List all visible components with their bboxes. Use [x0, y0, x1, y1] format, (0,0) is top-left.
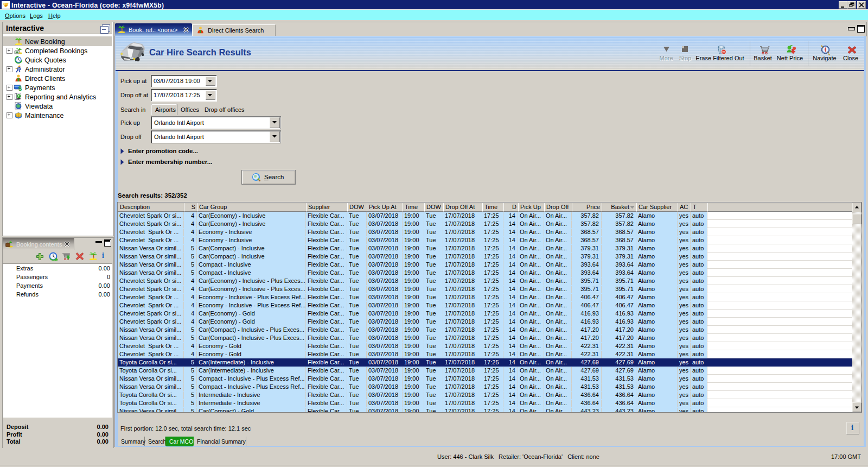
- svg-text:$: $: [18, 85, 22, 92]
